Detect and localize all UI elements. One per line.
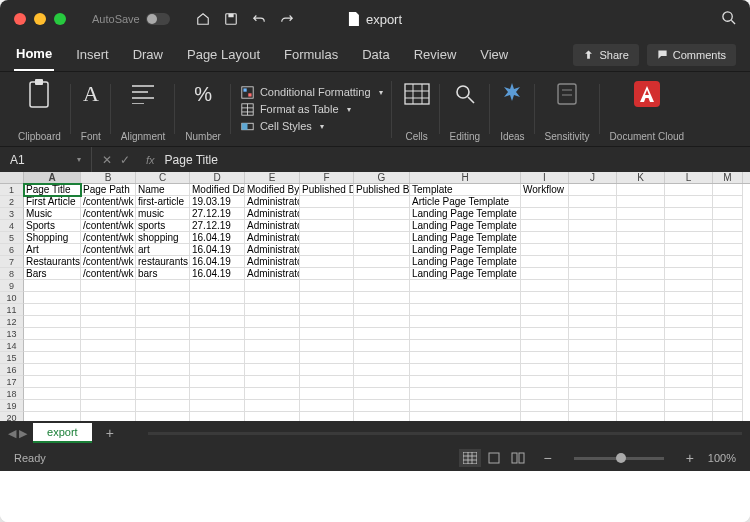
zoom-slider[interactable] — [574, 457, 664, 460]
name-box[interactable]: A1 ▾ — [0, 147, 92, 172]
cell-D3[interactable]: 27.12.19 — [190, 208, 245, 220]
cell-K7[interactable] — [617, 256, 665, 268]
cell-F4[interactable] — [300, 220, 354, 232]
cell-I1[interactable]: Workflow — [521, 184, 569, 196]
cell-G16[interactable] — [354, 364, 410, 376]
cell-M9[interactable] — [713, 280, 743, 292]
cell-B2[interactable]: /content/wk — [81, 196, 136, 208]
row-header-17[interactable]: 17 — [0, 376, 24, 388]
tab-view[interactable]: View — [478, 39, 510, 70]
cell-M3[interactable] — [713, 208, 743, 220]
cell-A5[interactable]: Shopping — [24, 232, 81, 244]
cell-J16[interactable] — [569, 364, 617, 376]
row-header-1[interactable]: 1 — [0, 184, 24, 196]
cell-C16[interactable] — [136, 364, 190, 376]
col-header-I[interactable]: I — [521, 172, 569, 183]
col-header-J[interactable]: J — [569, 172, 617, 183]
cell-A2[interactable]: First Article — [24, 196, 81, 208]
cell-H20[interactable] — [410, 412, 521, 421]
cell-E7[interactable]: Administrator — [245, 256, 300, 268]
cell-L4[interactable] — [665, 220, 713, 232]
cell-D10[interactable] — [190, 292, 245, 304]
cell-L3[interactable] — [665, 208, 713, 220]
cell-I2[interactable] — [521, 196, 569, 208]
cell-G14[interactable] — [354, 340, 410, 352]
cell-H1[interactable]: Template — [410, 184, 521, 196]
cell-M5[interactable] — [713, 232, 743, 244]
zoom-thumb[interactable] — [616, 453, 626, 463]
cell-J3[interactable] — [569, 208, 617, 220]
cell-F18[interactable] — [300, 388, 354, 400]
cell-A20[interactable] — [24, 412, 81, 421]
cell-F10[interactable] — [300, 292, 354, 304]
cell-I4[interactable] — [521, 220, 569, 232]
cell-M20[interactable] — [713, 412, 743, 421]
cell-C19[interactable] — [136, 400, 190, 412]
cell-E14[interactable] — [245, 340, 300, 352]
cell-D2[interactable]: 19.03.19 — [190, 196, 245, 208]
cell-E19[interactable] — [245, 400, 300, 412]
cell-D15[interactable] — [190, 352, 245, 364]
cell-H4[interactable]: Landing Page Template — [410, 220, 521, 232]
cell-J19[interactable] — [569, 400, 617, 412]
cell-L13[interactable] — [665, 328, 713, 340]
cell-G10[interactable] — [354, 292, 410, 304]
cell-F9[interactable] — [300, 280, 354, 292]
cell-K12[interactable] — [617, 316, 665, 328]
cell-H15[interactable] — [410, 352, 521, 364]
select-all-corner[interactable] — [0, 172, 24, 183]
cell-A3[interactable]: Music — [24, 208, 81, 220]
row-header-14[interactable]: 14 — [0, 340, 24, 352]
cell-E20[interactable] — [245, 412, 300, 421]
cell-A14[interactable] — [24, 340, 81, 352]
cell-B10[interactable] — [81, 292, 136, 304]
cell-H17[interactable] — [410, 376, 521, 388]
cell-G17[interactable] — [354, 376, 410, 388]
cell-J7[interactable] — [569, 256, 617, 268]
cell-C9[interactable] — [136, 280, 190, 292]
formula-input[interactable]: Page Title — [161, 153, 222, 167]
cell-A17[interactable] — [24, 376, 81, 388]
cell-I12[interactable] — [521, 316, 569, 328]
col-header-A[interactable]: A — [24, 172, 81, 183]
cell-K9[interactable] — [617, 280, 665, 292]
cell-D14[interactable] — [190, 340, 245, 352]
cell-M11[interactable] — [713, 304, 743, 316]
zoom-in-button[interactable]: + — [680, 450, 700, 466]
cell-L6[interactable] — [665, 244, 713, 256]
cell-H9[interactable] — [410, 280, 521, 292]
toggle-icon[interactable] — [146, 13, 170, 25]
cell-J18[interactable] — [569, 388, 617, 400]
cell-D4[interactable]: 27.12.19 — [190, 220, 245, 232]
cell-M10[interactable] — [713, 292, 743, 304]
sheet-nav[interactable]: ◀ ▶ — [8, 427, 27, 440]
cell-B1[interactable]: Page Path — [81, 184, 136, 196]
cell-K11[interactable] — [617, 304, 665, 316]
redo-icon[interactable] — [280, 12, 294, 26]
ribbon-editing[interactable]: Editing — [442, 76, 489, 142]
cell-M2[interactable] — [713, 196, 743, 208]
cell-J13[interactable] — [569, 328, 617, 340]
cell-F20[interactable] — [300, 412, 354, 421]
cell-L19[interactable] — [665, 400, 713, 412]
col-header-C[interactable]: C — [136, 172, 190, 183]
cell-G18[interactable] — [354, 388, 410, 400]
cell-I19[interactable] — [521, 400, 569, 412]
cell-H13[interactable] — [410, 328, 521, 340]
row-header-5[interactable]: 5 — [0, 232, 24, 244]
cell-A16[interactable] — [24, 364, 81, 376]
cell-E13[interactable] — [245, 328, 300, 340]
cell-I9[interactable] — [521, 280, 569, 292]
cell-I16[interactable] — [521, 364, 569, 376]
cell-M13[interactable] — [713, 328, 743, 340]
cell-E11[interactable] — [245, 304, 300, 316]
cell-B8[interactable]: /content/wk — [81, 268, 136, 280]
cell-B11[interactable] — [81, 304, 136, 316]
cell-C5[interactable]: shopping — [136, 232, 190, 244]
cell-C2[interactable]: first-article — [136, 196, 190, 208]
home-icon[interactable] — [196, 12, 210, 26]
cell-B5[interactable]: /content/wk — [81, 232, 136, 244]
cell-J11[interactable] — [569, 304, 617, 316]
cell-F13[interactable] — [300, 328, 354, 340]
ribbon-ideas[interactable]: Ideas — [492, 76, 532, 142]
